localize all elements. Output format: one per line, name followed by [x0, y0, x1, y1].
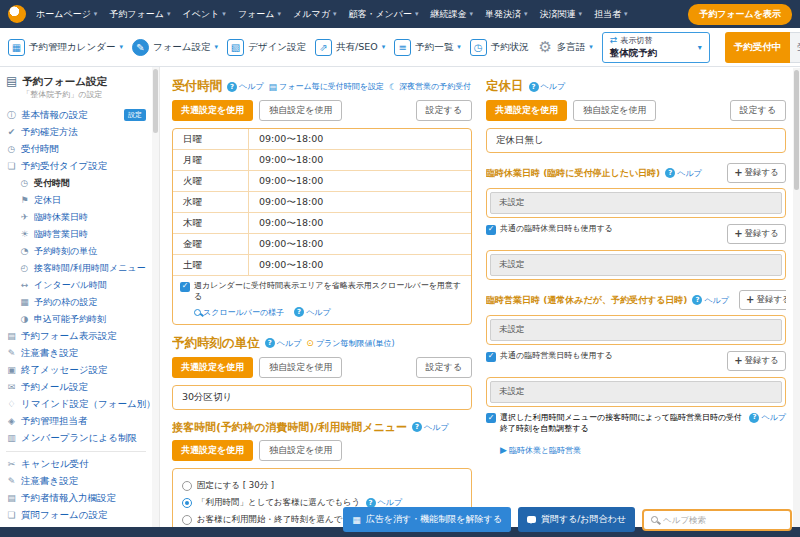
nav-subscription[interactable]: 継続課金	[431, 8, 474, 21]
use-common-button[interactable]: 共通設定を使用	[172, 440, 253, 461]
help-search-input[interactable]	[663, 515, 783, 525]
use-custom-button[interactable]: 独自設定を使用	[259, 357, 342, 378]
sidebar-item-end-message[interactable]: ▣ 終了メッセージ設定	[0, 362, 152, 379]
register-button[interactable]: 登録する	[739, 290, 786, 310]
contact-button[interactable]: 質問する/お問合わせ	[518, 507, 635, 532]
help-link[interactable]: ヘルプ	[227, 81, 264, 92]
nav-form[interactable]: フォーム	[238, 8, 281, 21]
sidebar-subitem-reception-hours[interactable]: ◷ 受付時間	[0, 175, 152, 192]
plan-limit-link[interactable]: ⊙プラン毎制限値(単位)	[306, 338, 394, 349]
use-common-button[interactable]: 共通設定を使用	[486, 100, 567, 121]
sidebar-item-basic-info[interactable]: ⓘ 基本情報の設定 設定	[0, 107, 152, 124]
view-switcher[interactable]: ⇄ 表示切替 整体院予約	[602, 32, 710, 63]
remove-ads-button[interactable]: ▦ 広告を消す・機能制限を解除する	[343, 507, 511, 532]
sidebar-subitem-interval[interactable]: ↔ インターバル時間	[0, 277, 152, 294]
list-icon: ▤	[6, 493, 17, 503]
help-link[interactable]: ヘルプ	[749, 412, 786, 423]
nav-payment[interactable]: 決済関連	[540, 8, 583, 21]
schedule-row: 木曜09:00〜18:00	[173, 213, 471, 234]
help-link[interactable]: ヘルプ	[294, 307, 331, 318]
help-icon	[692, 295, 702, 305]
help-link[interactable]: ヘルプ	[412, 422, 449, 433]
scrollbar-thumb[interactable]	[794, 70, 799, 190]
sidebar-item-label: 予約者情報入力欄設定	[21, 492, 116, 505]
toolbar-calendar[interactable]: ▦ 予約管理カレンダー	[8, 39, 123, 56]
sidebar-item-reception-hours[interactable]: ◷ 受付時間	[0, 141, 152, 158]
sidebar-item-manager[interactable]: ◈ 予約管理担当者	[0, 413, 152, 430]
sidebar-subitem-time-unit[interactable]: ◔ 予約時刻の単位	[0, 243, 152, 260]
midnight-business-link[interactable]: ☾深夜営業の予約受付	[389, 81, 471, 92]
sidebar-subitem-bookable-time[interactable]: ◑ 申込可能予約時刻	[0, 311, 152, 328]
help-link[interactable]: ヘルプ	[265, 338, 302, 349]
temporary-open-section: 臨時営業日時 (通常休みだが、予約受付する日時) ヘルプ 登録する 未設定 共通…	[486, 290, 786, 457]
show-reservation-form-button[interactable]: 予約フォームを表示	[688, 4, 792, 25]
sidebar-item-notes[interactable]: ✎ 注意書き設定	[0, 345, 152, 362]
sidebar-item-mail-settings[interactable]: ✉ 予約メール設定	[0, 379, 152, 396]
use-custom-button[interactable]: 独自設定を使用	[573, 100, 656, 121]
nav-event[interactable]: イベント	[183, 8, 226, 21]
sidebar-item-confirm-method[interactable]: ✔ 予約確定方法	[0, 124, 152, 141]
sidebar-subitem-temp-open[interactable]: ☀ 臨時営業日時	[0, 226, 152, 243]
sidebar-item-member-plan[interactable]: ▥ メンバープランによる制限	[0, 430, 152, 447]
sidebar-item-form-display[interactable]: ▤ 予約フォーム表示設定	[0, 328, 152, 345]
contact-label: 質問する/お問合わせ	[541, 513, 626, 526]
use-common-button[interactable]: 共通設定を使用	[172, 100, 253, 121]
use-custom-button[interactable]: 独自設定を使用	[259, 440, 342, 461]
main-scrollbar[interactable]	[793, 68, 800, 527]
toolbar-form-settings[interactable]: ✎ フォーム設定	[132, 39, 218, 56]
radio-fixed-duration[interactable]: 固定にする [ 30分 ]	[182, 480, 462, 492]
nav-customers[interactable]: 顧客・メンバー	[348, 8, 418, 21]
grid-icon: ▥	[6, 433, 17, 443]
settings-badge[interactable]: 設定	[124, 109, 146, 121]
sidebar-scrollbar[interactable]	[152, 67, 160, 537]
sidebar-item-question-form[interactable]: ❏ 質問フォームの設定	[0, 507, 152, 524]
sidebar-subitem-regular-holiday[interactable]: ⚑ 定休日	[0, 192, 152, 209]
use-common-button[interactable]: 共通設定を使用	[172, 357, 253, 378]
accepting-stop-button[interactable]: 受付停止	[790, 32, 800, 63]
toolbar-share-seo[interactable]: ⇗ 共有/SEO	[315, 39, 385, 56]
register-button[interactable]: 登録する	[727, 351, 786, 371]
toolbar-share-label: 共有/SEO	[336, 41, 378, 54]
scrollbar-option-checkbox[interactable]	[180, 282, 190, 292]
help-link[interactable]: ヘルプ	[665, 168, 702, 179]
sidebar-item-reception-type[interactable]: ❏ 予約受付タイプ設定	[0, 158, 152, 175]
sidebar-item-customer-fields[interactable]: ▤ 予約者情報入力欄設定	[0, 490, 152, 507]
section-title-temp-closed: 臨時休業日時 (臨時に受付停止したい日時)	[486, 167, 660, 180]
set-button[interactable]: 設定する	[730, 100, 786, 121]
schedule-day: 土曜	[173, 255, 249, 275]
set-button[interactable]: 設定する	[416, 357, 472, 378]
scrollbar-thumb[interactable]	[153, 69, 158, 133]
schedule-day: 木曜	[173, 213, 249, 233]
toolbar-design-settings[interactable]: ▧ デザイン設定	[227, 39, 306, 56]
auto-adjust-checkbox[interactable]	[486, 413, 496, 423]
toolbar-reservation-status[interactable]: ◷ 予約状況	[470, 39, 529, 56]
sidebar-item-cancel[interactable]: ✂ キャンセル受付	[0, 456, 152, 473]
nav-newsletter[interactable]: メルマガ	[293, 8, 336, 21]
clipboard-icon: ▤	[6, 75, 17, 87]
toolbar-multilanguage[interactable]: ⚙ 多言語	[538, 39, 593, 56]
sidebar-item-notes-common[interactable]: ✎ 注意書き設定	[0, 473, 152, 490]
nav-single-payment[interactable]: 単発決済	[485, 8, 528, 21]
use-custom-button[interactable]: 独自設定を使用	[259, 100, 342, 121]
register-button[interactable]: 登録する	[727, 224, 786, 244]
nav-homepage[interactable]: ホームページ	[36, 8, 97, 21]
chat-icon	[527, 516, 536, 523]
help-link[interactable]: ヘルプ	[692, 295, 729, 306]
register-button[interactable]: 登録する	[727, 163, 786, 183]
sidebar-subitem-temp-closed[interactable]: ✈ 臨時休業日時	[0, 209, 152, 226]
toolbar-reservation-list[interactable]: ≡ 予約一覧	[394, 39, 461, 56]
sidebar-subitem-slot-settings[interactable]: ▦ 予約の枠の設定	[0, 294, 152, 311]
clock-icon: ◷	[470, 39, 487, 56]
nav-staff[interactable]: 担当者	[594, 8, 628, 21]
help-link[interactable]: ヘルプ	[529, 81, 566, 92]
scrollbar-sample-link[interactable]: スクロールバーの様子	[194, 307, 284, 318]
use-common-temp-closed-checkbox[interactable]	[486, 225, 496, 235]
accepting-on-button[interactable]: 予約受付中	[725, 32, 791, 63]
use-common-temp-open-checkbox[interactable]	[486, 352, 496, 362]
sidebar-subitem-service-time[interactable]: ◴ 接客時間/利用時間メニュー	[0, 260, 152, 277]
nav-reservation-form[interactable]: 予約フォーム	[109, 8, 170, 21]
set-button[interactable]: 設定する	[416, 100, 472, 121]
temp-closed-open-link[interactable]: ▶ 臨時休業と臨時営業	[486, 445, 581, 456]
sidebar-item-remind-settings[interactable]: ♢ リマインド設定（フォーム別）	[0, 396, 152, 413]
per-form-hours-link[interactable]: ▤フォーム毎に受付時間を設定	[269, 81, 384, 92]
